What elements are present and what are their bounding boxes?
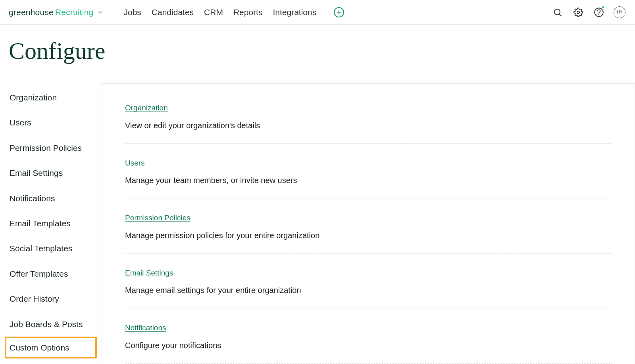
search-icon[interactable] xyxy=(552,6,564,18)
main-panel: Organization View or edit your organizat… xyxy=(102,83,635,364)
section-email-settings: Email Settings Manage email settings for… xyxy=(125,254,612,309)
section-link-organization[interactable]: Organization xyxy=(125,103,168,114)
help-icon[interactable] xyxy=(593,6,605,18)
sidebar-item-notifications[interactable]: Notifications xyxy=(5,186,97,211)
avatar-initials: IH xyxy=(617,9,622,15)
section-desc: Manage email settings for your entire or… xyxy=(125,285,612,296)
nav-candidates[interactable]: Candidates xyxy=(152,5,194,19)
gear-icon[interactable] xyxy=(572,6,584,18)
sidebar-item-agencies[interactable]: Agencies xyxy=(5,358,97,364)
brand-part2: Recruiting xyxy=(55,6,94,18)
section-link-permission-policies[interactable]: Permission Policies xyxy=(125,213,190,223)
sidebar-item-job-boards-posts[interactable]: Job Boards & Posts xyxy=(5,312,97,337)
nav-jobs[interactable]: Jobs xyxy=(123,5,141,19)
section-desc: Manage your team members, or invite new … xyxy=(125,175,612,186)
section-desc: Manage permission policies for your enti… xyxy=(125,230,612,241)
section-desc: View or edit your organization's details xyxy=(125,120,612,131)
sidebar-item-email-templates[interactable]: Email Templates xyxy=(5,211,97,236)
svg-line-3 xyxy=(560,14,562,16)
section-notifications: Notifications Configure your notificatio… xyxy=(125,308,612,364)
brand-logo[interactable]: greenhouse Recruiting xyxy=(9,6,93,18)
nav-integrations[interactable]: Integrations xyxy=(273,5,316,19)
section-organization: Organization View or edit your organizat… xyxy=(125,84,612,144)
sidebar-item-permission-policies[interactable]: Permission Policies xyxy=(5,135,97,160)
nav-reports[interactable]: Reports xyxy=(233,5,263,19)
nav-crm[interactable]: CRM xyxy=(204,5,223,19)
chevron-down-icon[interactable] xyxy=(97,9,104,15)
sidebar-item-order-history[interactable]: Order History xyxy=(5,286,97,311)
avatar[interactable]: IH xyxy=(614,6,625,18)
notification-dot-icon xyxy=(601,6,605,9)
section-link-users[interactable]: Users xyxy=(125,158,145,169)
sidebar-item-custom-options[interactable]: Custom Options xyxy=(5,337,97,358)
top-actions: IH xyxy=(552,6,625,18)
sidebar-item-users[interactable]: Users xyxy=(5,110,97,135)
section-link-notifications[interactable]: Notifications xyxy=(125,323,166,333)
add-button[interactable] xyxy=(334,7,344,17)
sidebar-item-organization[interactable]: Organization xyxy=(5,85,97,110)
sidebar-item-social-templates[interactable]: Social Templates xyxy=(5,236,97,261)
sidebar-item-email-settings[interactable]: Email Settings xyxy=(5,160,97,185)
brand-part1: greenhouse xyxy=(9,6,54,18)
topbar: greenhouse Recruiting Jobs Candidates CR… xyxy=(0,0,635,25)
primary-nav: Jobs Candidates CRM Reports Integrations xyxy=(123,5,316,19)
section-permission-policies: Permission Policies Manage permission po… xyxy=(125,198,612,254)
svg-point-4 xyxy=(577,11,579,13)
page-title: Configure xyxy=(9,34,635,67)
section-desc: Configure your notifications xyxy=(125,340,612,351)
sidebar-item-offer-templates[interactable]: Offer Templates xyxy=(5,261,97,286)
section-users: Users Manage your team members, or invit… xyxy=(125,144,612,199)
content: Organization Users Permission Policies E… xyxy=(0,83,635,364)
sidebar: Organization Users Permission Policies E… xyxy=(5,83,97,364)
section-link-email-settings[interactable]: Email Settings xyxy=(125,268,173,279)
